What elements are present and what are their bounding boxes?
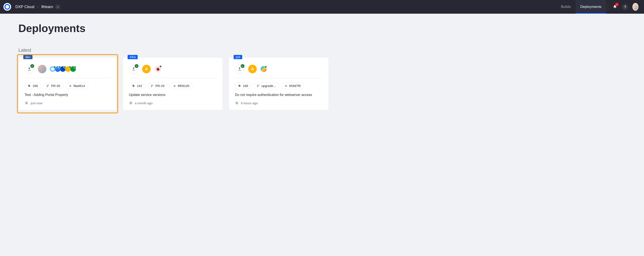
card-header: A xyxy=(129,62,216,78)
tab-deployments[interactable]: Deployments xyxy=(576,0,606,14)
tag-icon xyxy=(28,84,31,88)
timestamp-row: a month ago xyxy=(129,101,216,105)
author-avatar: A xyxy=(248,65,257,73)
commit-icon xyxy=(173,84,176,88)
branch-name: upgrade... xyxy=(262,84,276,88)
nav-right: Builds Deployments 3 ? xyxy=(556,0,640,14)
service-icon xyxy=(50,66,55,72)
svg-point-1 xyxy=(5,4,10,9)
top-navbar: DXP Cloud › lfrlearn ▾ Builds Deployment… xyxy=(0,0,644,14)
tab-builds[interactable]: Builds xyxy=(556,0,576,14)
chips-row: 142 PR-29 8f091d3 xyxy=(129,82,216,89)
service-icon xyxy=(65,66,71,72)
clock-icon xyxy=(235,101,239,105)
status-success-icon xyxy=(30,64,34,68)
author-avatar: A xyxy=(142,65,151,73)
commit-icon xyxy=(284,84,288,88)
chevron-right-icon: › xyxy=(38,5,38,8)
section-title: Latest xyxy=(18,48,626,53)
clock-icon xyxy=(129,101,133,105)
timestamp: just now xyxy=(30,101,42,105)
commit-hash: 659d7f5 xyxy=(289,84,301,88)
chips-row: 166 upgrade... 659d7f5 xyxy=(235,82,322,89)
deployment-card-wrap: prd A 166 upgrade... xyxy=(229,57,329,110)
branch-name: PR-29 xyxy=(156,84,164,88)
card-header: A xyxy=(235,62,322,78)
commit-chip[interactable]: f8a4614 xyxy=(66,82,88,89)
deployment-card[interactable]: prd A 166 upgrade... xyxy=(229,57,329,110)
clock-icon xyxy=(24,101,28,105)
tag-icon xyxy=(132,84,135,88)
deploy-status-icon xyxy=(235,64,244,74)
env-tag: dev xyxy=(23,55,32,59)
build-number: 166 xyxy=(243,84,248,88)
branch-chip[interactable]: upgrade... xyxy=(254,82,279,89)
help-button[interactable]: ? xyxy=(620,0,630,14)
build-chip[interactable]: 168 xyxy=(24,82,41,89)
commit-hash: f8a4614 xyxy=(74,84,85,88)
page-title: Deployments xyxy=(18,22,626,34)
service-icon xyxy=(55,66,60,72)
deployment-card-highlight: dev xyxy=(18,55,118,113)
commit-message: Update service versions xyxy=(129,93,216,97)
timestamp: a month ago xyxy=(135,101,152,105)
page-body: Deployments Latest dev xyxy=(0,14,644,119)
commit-chip[interactable]: 659d7f5 xyxy=(281,82,304,89)
breadcrumb-product[interactable]: DXP Cloud xyxy=(16,5,34,9)
breadcrumb-project[interactable]: lfrlearn xyxy=(41,5,53,9)
timestamp: 6 hours ago xyxy=(241,101,258,105)
branch-name: PR-30 xyxy=(51,84,60,88)
branch-icon xyxy=(46,84,49,88)
branch-chip[interactable]: PR-30 xyxy=(43,82,64,89)
breadcrumb: DXP Cloud › lfrlearn ▾ xyxy=(16,4,60,10)
branch-chip[interactable]: PR-29 xyxy=(148,82,168,89)
service-icon xyxy=(154,66,161,72)
deployment-card-wrap: infra A 142 PR-29 xyxy=(123,57,223,110)
deployment-card[interactable]: dev xyxy=(18,57,117,110)
branch-icon xyxy=(257,84,260,88)
timestamp-row: 6 hours ago xyxy=(235,101,322,105)
user-avatar xyxy=(632,3,638,11)
deployment-card[interactable]: infra A 142 PR-29 xyxy=(123,57,223,110)
help-icon: ? xyxy=(622,4,628,10)
deploy-status-icon xyxy=(24,64,34,74)
build-chip[interactable]: 166 xyxy=(235,82,251,89)
build-number: 142 xyxy=(137,84,142,88)
service-icon xyxy=(260,66,266,72)
notifications-button[interactable]: 3 xyxy=(610,0,620,14)
tag-icon xyxy=(238,84,241,88)
commit-hash: 8f091d3 xyxy=(178,84,189,88)
notification-badge: 3 xyxy=(615,2,619,6)
brand-logo[interactable] xyxy=(4,3,11,11)
card-header xyxy=(24,62,110,78)
commit-message: Test - Adding Portal Property xyxy=(24,93,110,97)
commit-message: Do not require authentication for webser… xyxy=(235,93,322,97)
chips-row: 168 PR-30 f8a4614 xyxy=(24,82,110,89)
status-success-icon xyxy=(241,64,244,68)
user-menu[interactable] xyxy=(630,0,640,14)
service-icons xyxy=(50,66,76,72)
cards-row: dev xyxy=(18,57,626,110)
env-tag: prd xyxy=(234,55,242,59)
service-icon xyxy=(60,66,66,72)
deploy-status-icon xyxy=(129,64,138,74)
status-success-icon xyxy=(135,64,138,68)
env-tag: infra xyxy=(128,55,138,59)
project-dropdown-icon[interactable]: ▾ xyxy=(55,4,60,10)
build-number: 168 xyxy=(32,84,38,88)
timestamp-row: just now xyxy=(24,101,110,105)
commit-chip[interactable]: 8f091d3 xyxy=(170,82,192,89)
branch-icon xyxy=(151,84,154,88)
author-avatar xyxy=(38,65,46,73)
build-chip[interactable]: 142 xyxy=(129,82,145,89)
service-icon xyxy=(70,66,76,72)
commit-icon xyxy=(69,84,72,88)
